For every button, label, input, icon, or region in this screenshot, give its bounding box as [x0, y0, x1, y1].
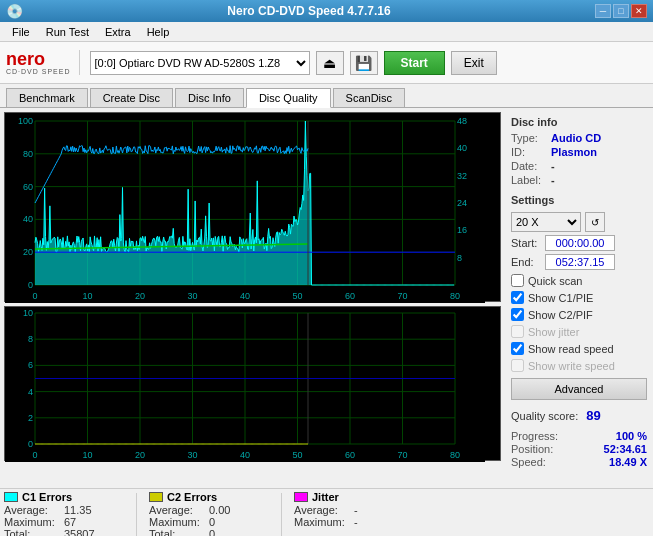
eject-button[interactable]: ⏏: [316, 51, 344, 75]
c1-total-value: 35807: [64, 528, 95, 536]
show-write-speed-row: Show write speed: [511, 359, 647, 372]
menu-run-test[interactable]: Run Test: [38, 24, 97, 40]
jitter-avg-value: -: [354, 504, 358, 516]
c1-label: C1 Errors: [22, 491, 72, 503]
start-label: Start:: [511, 237, 541, 249]
disc-id-row: ID: Plasmon: [511, 146, 647, 158]
disc-info-title: Disc info: [511, 116, 647, 128]
disc-date-row: Date: -: [511, 160, 647, 172]
show-read-speed-checkbox[interactable]: [511, 342, 524, 355]
save-button[interactable]: 💾: [350, 51, 378, 75]
show-c2-checkbox[interactable]: [511, 308, 524, 321]
legend-divider-1: [136, 493, 137, 536]
position-label: Position:: [511, 443, 553, 455]
c2-avg-value: 0.00: [209, 504, 230, 516]
tab-scan-disc[interactable]: ScanDisc: [333, 88, 405, 107]
app-icon: 💿: [6, 3, 23, 19]
type-value: Audio CD: [551, 132, 601, 144]
quick-scan-label: Quick scan: [528, 275, 582, 287]
nero-logo-text: nero: [6, 50, 45, 68]
progress-row: Progress: 100 %: [511, 430, 647, 442]
position-row: Position: 52:34.61: [511, 443, 647, 455]
c1-avg-label: Average:: [4, 504, 60, 516]
jitter-label: Jitter: [312, 491, 339, 503]
quick-scan-checkbox[interactable]: [511, 274, 524, 287]
advanced-button[interactable]: Advanced: [511, 378, 647, 400]
position-value: 52:34.61: [604, 443, 647, 455]
show-read-speed-label: Show read speed: [528, 343, 614, 355]
speed-label: Speed:: [511, 456, 546, 468]
quality-score-value: 89: [586, 408, 600, 423]
tabs-bar: Benchmark Create Disc Disc Info Disc Qua…: [0, 84, 653, 108]
c2-label: C2 Errors: [167, 491, 217, 503]
show-c1-label: Show C1/PIE: [528, 292, 593, 304]
drive-select[interactable]: [0:0] Optiarc DVD RW AD-5280S 1.Z8: [90, 51, 310, 75]
jitter-color-swatch: [294, 492, 308, 502]
start-value: 000:00.00: [545, 235, 615, 251]
start-button[interactable]: Start: [384, 51, 445, 75]
c1-legend: C1 Errors Average: 11.35 Maximum: 67 Tot…: [4, 491, 124, 536]
label-value: -: [551, 174, 555, 186]
tab-disc-quality[interactable]: Disc Quality: [246, 88, 331, 108]
menu-file[interactable]: File: [4, 24, 38, 40]
maximize-button[interactable]: □: [613, 4, 629, 18]
menu-help[interactable]: Help: [139, 24, 178, 40]
tab-benchmark[interactable]: Benchmark: [6, 88, 88, 107]
c2-legend: C2 Errors Average: 0.00 Maximum: 0 Total…: [149, 491, 269, 536]
c1-total-label: Total:: [4, 528, 60, 536]
minimize-button[interactable]: ─: [595, 4, 611, 18]
close-button[interactable]: ✕: [631, 4, 647, 18]
right-panel: Disc info Type: Audio CD ID: Plasmon Dat…: [505, 108, 653, 488]
chart-area: [0, 108, 505, 488]
show-c1-row: Show C1/PIE: [511, 291, 647, 304]
speed-row: Speed: 18.49 X: [511, 456, 647, 468]
speed-row: 20 X8 X16 XMax ↺: [511, 212, 647, 232]
nero-sub-text: CD·DVD SPEED: [6, 68, 71, 75]
start-time-row: Start: 000:00.00: [511, 235, 647, 251]
show-write-speed-label: Show write speed: [528, 360, 615, 372]
menu-extra[interactable]: Extra: [97, 24, 139, 40]
window-controls: ─ □ ✕: [595, 4, 647, 18]
tab-create-disc[interactable]: Create Disc: [90, 88, 173, 107]
exit-button[interactable]: Exit: [451, 51, 497, 75]
jitter-avg-label: Average:: [294, 504, 350, 516]
jitter-max-value: -: [354, 516, 358, 528]
c1-max-value: 67: [64, 516, 76, 528]
c2-max-label: Maximum:: [149, 516, 205, 528]
refresh-button[interactable]: ↺: [585, 212, 605, 232]
title-bar-title: Nero CD-DVD Speed 4.7.7.16: [23, 4, 595, 18]
label-label: Label:: [511, 174, 547, 186]
disc-label-row: Label: -: [511, 174, 647, 186]
c1-max-label: Maximum:: [4, 516, 60, 528]
speed-select[interactable]: 20 X8 X16 XMax: [511, 212, 581, 232]
progress-section: Progress: 100 % Position: 52:34.61 Speed…: [511, 429, 647, 468]
legend: C1 Errors Average: 11.35 Maximum: 67 Tot…: [0, 488, 653, 536]
main-content: Disc info Type: Audio CD ID: Plasmon Dat…: [0, 108, 653, 488]
show-c2-label: Show C2/PIF: [528, 309, 593, 321]
show-jitter-row: Show jitter: [511, 325, 647, 338]
id-value: Plasmon: [551, 146, 597, 158]
jitter-max-label: Maximum:: [294, 516, 350, 528]
quality-score-label: Quality score:: [511, 410, 578, 422]
speed-value: 18.49 X: [609, 456, 647, 468]
show-c1-checkbox[interactable]: [511, 291, 524, 304]
end-label: End:: [511, 256, 541, 268]
quality-score-row: Quality score: 89: [511, 408, 647, 423]
progress-value: 100 %: [616, 430, 647, 442]
logo: nero CD·DVD SPEED: [6, 50, 80, 75]
c1-avg-value: 11.35: [64, 504, 92, 516]
tab-disc-info[interactable]: Disc Info: [175, 88, 244, 107]
end-value: 052:37.15: [545, 254, 615, 270]
date-label: Date:: [511, 160, 547, 172]
top-chart: [4, 112, 501, 302]
legend-divider-2: [281, 493, 282, 536]
show-jitter-label: Show jitter: [528, 326, 579, 338]
c2-color-swatch: [149, 492, 163, 502]
show-read-speed-row: Show read speed: [511, 342, 647, 355]
end-time-row: End: 052:37.15: [511, 254, 647, 270]
jitter-legend: Jitter Average: - Maximum: -: [294, 491, 414, 536]
show-jitter-checkbox[interactable]: [511, 325, 524, 338]
c2-max-value: 0: [209, 516, 215, 528]
menu-bar: File Run Test Extra Help: [0, 22, 653, 42]
show-write-speed-checkbox[interactable]: [511, 359, 524, 372]
